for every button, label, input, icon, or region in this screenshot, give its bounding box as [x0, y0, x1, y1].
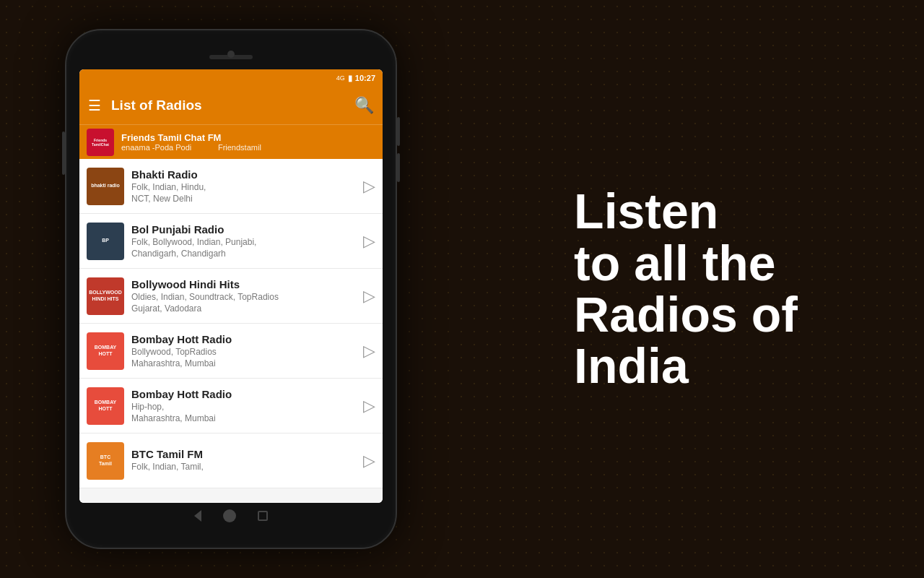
radio-tags: Hip-hop,: [131, 402, 356, 412]
radio-tags: Oldies, Indian, Soundtrack, TopRadios: [131, 292, 356, 302]
radio-logo: BOLLYWOOD HINDI HITS: [87, 277, 124, 315]
app-bar: ☰ List of Radios 🔍: [79, 87, 383, 124]
radio-info: BTC Tamil FM Folk, Indian, Tamil,: [131, 448, 356, 473]
phone-top-bar: [79, 43, 383, 65]
right-panel: Listen to all the Radios of India: [462, 0, 924, 578]
radio-info: Bombay Hott Radio Bollywood, TopRadios M…: [131, 333, 356, 368]
radio-list-item[interactable]: BOMBAY HOTT Bombay Hott Radio Bollywood,…: [79, 324, 383, 379]
radio-logo: bhakti radio: [87, 168, 124, 205]
hamburger-icon[interactable]: ☰: [88, 97, 101, 114]
promo-line4: India: [574, 340, 798, 392]
radio-name: Bombay Hott Radio: [131, 388, 356, 400]
left-panel: 4G ▮ 10:27 ☰ List of Radios 🔍 Friends Ta…: [0, 0, 462, 578]
radio-name: Bollywood Hindi Hits: [131, 278, 356, 290]
now-playing-info: Friends Tamil Chat FM enaama -Poda Podi …: [121, 132, 375, 152]
back-button: [194, 510, 201, 522]
now-playing-logo-text: Friends TamilChat: [87, 138, 114, 147]
app-title: List of Radios: [111, 98, 344, 113]
radio-list-item[interactable]: bhakti radio Bhakti Radio Folk, Indian, …: [79, 159, 383, 214]
radio-logo: BTC Tamil: [87, 442, 124, 480]
radio-arrow-icon[interactable]: ▷: [363, 232, 375, 251]
time-display: 10:27: [355, 74, 375, 82]
radio-list-item[interactable]: BTC Tamil BTC Tamil FM Folk, Indian, Tam…: [79, 434, 383, 488]
status-icons: 4G ▮ 10:27: [336, 74, 375, 83]
now-playing-song: enaama -Poda Podi Friendstamil: [121, 143, 375, 152]
radio-logo: BOMBAY HOTT: [87, 332, 124, 370]
radio-tags: Bollywood, TopRadios: [131, 347, 356, 357]
now-playing-station: Friends Tamil Chat FM: [121, 132, 375, 143]
home-button: [223, 509, 236, 522]
radio-location: Gujarat, Vadodara: [131, 303, 356, 314]
radio-name: Bhakti Radio: [131, 168, 356, 181]
radio-location: NCT, New Delhi: [131, 194, 356, 204]
radio-list-item[interactable]: BP Bol Punjabi Radio Folk, Bollywood, In…: [79, 214, 383, 269]
search-icon[interactable]: 🔍: [354, 96, 374, 115]
radio-tags: Folk, Indian, Hindu,: [131, 182, 356, 192]
radio-location: Maharashtra, Mumbai: [131, 358, 356, 368]
status-bar: 4G ▮ 10:27: [79, 69, 383, 87]
network-icon: 4G: [336, 74, 345, 82]
radio-arrow-icon[interactable]: ▷: [363, 177, 375, 196]
radio-arrow-icon[interactable]: ▷: [363, 452, 375, 470]
now-playing-logo: Friends TamilChat: [87, 129, 114, 156]
radio-location: Maharashtra, Mumbai: [131, 413, 356, 423]
promo-line1: Listen: [574, 186, 798, 237]
radio-logo: BOMBAY HOTT: [87, 387, 124, 425]
radio-info: Bhakti Radio Folk, Indian, Hindu, NCT, N…: [131, 168, 356, 204]
radio-name: Bol Punjabi Radio: [131, 223, 356, 236]
phone-camera: [227, 51, 235, 58]
radio-info: Bombay Hott Radio Hip-hop, Maharashtra, …: [131, 388, 356, 423]
radio-arrow-icon[interactable]: ▷: [363, 397, 375, 415]
radio-info: Bol Punjabi Radio Folk, Bollywood, India…: [131, 223, 356, 259]
radio-location: Chandigarh, Chandigarh: [131, 249, 356, 259]
now-playing-bar[interactable]: Friends TamilChat Friends Tamil Chat FM …: [79, 124, 383, 159]
radio-list: bhakti radio Bhakti Radio Folk, Indian, …: [79, 159, 383, 503]
promo-text: Listen to all the Radios of India: [574, 186, 798, 392]
promo-line2: to all the: [574, 238, 798, 289]
recents-button: [258, 511, 268, 521]
radio-logo: BP: [87, 223, 124, 260]
radio-arrow-icon[interactable]: ▷: [363, 342, 375, 361]
radio-tags: Folk, Indian, Tamil,: [131, 462, 356, 472]
battery-icon: ▮: [348, 74, 352, 83]
radio-info: Bollywood Hindi Hits Oldies, Indian, Sou…: [131, 278, 356, 314]
radio-name: Bombay Hott Radio: [131, 333, 356, 345]
phone-frame: 4G ▮ 10:27 ☰ List of Radios 🔍 Friends Ta…: [65, 29, 397, 549]
phone-screen: 4G ▮ 10:27 ☰ List of Radios 🔍 Friends Ta…: [79, 69, 383, 503]
power-button: [62, 131, 65, 175]
phone-home-bar: [79, 503, 383, 525]
radio-name: BTC Tamil FM: [131, 448, 356, 460]
radio-arrow-icon[interactable]: ▷: [363, 287, 375, 306]
promo-line3: Radios of: [574, 289, 798, 340]
radio-tags: Folk, Bollywood, Indian, Punjabi,: [131, 237, 356, 247]
volume-up-button: [397, 117, 400, 146]
volume-down-button: [397, 153, 400, 182]
radio-list-item[interactable]: BOLLYWOOD HINDI HITS Bollywood Hindi Hit…: [79, 269, 383, 324]
radio-list-item[interactable]: BOMBAY HOTT Bombay Hott Radio Hip-hop, M…: [79, 379, 383, 434]
